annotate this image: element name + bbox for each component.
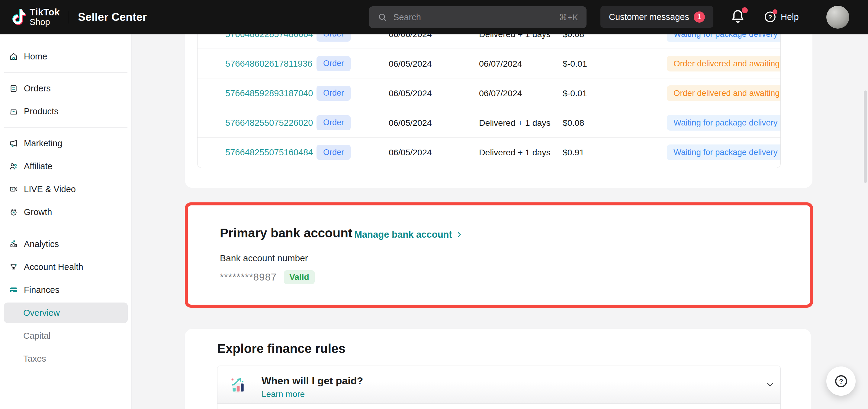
bank-card-title: Primary bank account <box>220 226 352 240</box>
sidebar-item-label: Products <box>24 106 58 116</box>
affiliate-icon <box>9 162 18 171</box>
sidebar-item-taxes[interactable]: Taxes <box>4 348 128 369</box>
notification-dot <box>742 7 748 13</box>
question-mark-icon: ? <box>834 374 849 389</box>
settlement-amount: $-0.01 <box>563 88 587 98</box>
messages-count-badge: 1 <box>694 11 705 23</box>
page-scrollbar-thumb[interactable] <box>864 91 867 183</box>
sidebar-item-label: LIVE & Video <box>24 184 76 194</box>
sidebar-divider <box>4 228 127 228</box>
settlement-amount: $0.91 <box>563 147 584 158</box>
sidebar-item-live-video[interactable]: LIVE & Video <box>4 179 128 199</box>
chevron-down-icon[interactable] <box>765 379 776 390</box>
sidebar-item-label: Capital <box>23 331 51 341</box>
customer-messages-button[interactable]: Customer messages 1 <box>600 6 713 28</box>
help-dot <box>773 9 777 14</box>
sidebar-item-products[interactable]: Products <box>4 101 128 122</box>
sidebar-item-label: Account Health <box>24 262 83 272</box>
live-video-icon <box>9 184 18 194</box>
customer-messages-label: Customer messages <box>609 12 689 22</box>
sidebar-item-account-health[interactable]: Account Health <box>4 257 128 277</box>
order-date: 06/05/2024 <box>389 88 432 98</box>
order-type-tag: Order <box>316 145 351 160</box>
order-id-link[interactable]: 576648592893187040 <box>225 88 313 98</box>
settlements-table-card: 576648622857486664Order06/06/2024Deliver… <box>185 10 812 188</box>
status-badge: Order delivered and awaiting se <box>667 56 781 71</box>
help-button[interactable]: ? Help <box>764 10 799 24</box>
order-date: 06/05/2024 <box>389 147 432 158</box>
settlement-date: 06/07/2024 <box>479 59 522 68</box>
sidebar-item-label: Growth <box>24 207 52 217</box>
sidebar-item-growth[interactable]: Growth <box>4 202 128 222</box>
table-row: 576648592893187040Order06/05/202406/07/2… <box>197 78 780 108</box>
order-id-link[interactable]: 576648602617811936 <box>225 59 312 68</box>
sidebar-item-overview[interactable]: Overview <box>4 303 128 323</box>
settlement-date: 06/07/2024 <box>479 88 522 98</box>
products-icon <box>9 107 18 116</box>
order-date: 06/05/2024 <box>389 59 432 68</box>
sidebar-item-label: Finances <box>24 285 60 295</box>
status-badge: Order delivered and awaiting se <box>667 86 781 101</box>
order-id-link[interactable]: 576648255075160484 <box>225 147 313 158</box>
sidebar-item-finances[interactable]: Finances <box>4 280 128 300</box>
explore-finance-rules-card: Explore finance rules When will I get pa… <box>185 329 811 409</box>
sidebar-item-capital[interactable]: Capital <box>4 326 128 346</box>
growth-chart-illustration-icon <box>230 376 248 393</box>
search-input[interactable] <box>393 12 559 22</box>
explore-finance-rules-title: Explore finance rules <box>217 341 345 356</box>
sidebar-item-label: Taxes <box>23 354 46 364</box>
marketing-icon <box>9 139 18 148</box>
status-badge: Waiting for package delivery <box>667 115 781 131</box>
order-id-link[interactable]: 576648255075226020 <box>225 117 313 128</box>
table-row: 576648255075226020Order06/05/2024Deliver… <box>197 108 780 138</box>
table-row: 576648255075160484Order06/05/2024Deliver… <box>197 138 780 167</box>
sidebar-item-analytics[interactable]: Analytics <box>4 234 128 254</box>
sidebar-item-affiliate[interactable]: Affiliate <box>4 156 128 176</box>
home-icon <box>9 52 18 61</box>
bank-account-number-label: Bank account number <box>220 253 308 263</box>
account-avatar[interactable] <box>826 6 849 29</box>
sidebar-item-label: Analytics <box>24 239 59 249</box>
bank-account-number-value: ********8987 <box>220 271 277 283</box>
sidebar-item-label: Orders <box>24 83 51 94</box>
brand-line2: Shop <box>30 18 60 27</box>
svg-text:?: ? <box>768 13 772 21</box>
global-search[interactable]: ⌘+K <box>369 6 587 28</box>
sidebar-item-label: Home <box>24 52 47 62</box>
brand-line1: TikTok <box>30 7 60 18</box>
sidebar-item-orders[interactable]: Orders <box>4 78 128 99</box>
valid-status-badge: Valid <box>284 270 314 284</box>
finances-icon <box>9 285 18 295</box>
search-icon <box>377 12 387 22</box>
accordion-item-title: When will I get paid? <box>261 375 363 387</box>
help-label: Help <box>781 12 799 22</box>
manage-bank-account-label: Manage bank account <box>354 229 452 240</box>
sidebar-item-home[interactable]: Home <box>4 46 128 67</box>
manage-bank-account-link[interactable]: Manage bank account <box>354 229 463 240</box>
sidebar-item-label: Affiliate <box>24 161 53 171</box>
analytics-icon <box>9 239 18 248</box>
learn-more-link[interactable]: Learn more <box>261 389 305 399</box>
growth-icon <box>9 207 18 216</box>
order-type-tag: Order <box>316 56 351 71</box>
finance-rules-accordion: When will I get paid? Learn more <box>217 366 781 409</box>
sidebar-nav: HomeOrdersProductsMarketingAffiliateLIVE… <box>0 34 132 409</box>
page-title: Seller Center <box>78 11 147 24</box>
status-badge: Waiting for package delivery <box>667 144 781 160</box>
floating-help-button[interactable]: ? <box>826 367 856 396</box>
account-health-icon <box>9 263 18 271</box>
sidebar-divider <box>4 72 127 73</box>
accordion-item-when-paid[interactable]: When will I get paid? Learn more <box>217 366 780 404</box>
order-type-tag: Order <box>316 86 351 101</box>
header-divider <box>68 11 68 24</box>
sidebar-divider <box>4 127 127 128</box>
brand-logo-text[interactable]: TikTok Shop <box>30 7 60 27</box>
settlements-table: 576648622857486664Order06/06/2024Deliver… <box>197 19 781 168</box>
tiktok-note-icon <box>12 8 27 26</box>
settlement-date: Delivered + 1 days <box>479 117 551 128</box>
accordion-item-next[interactable] <box>217 404 780 409</box>
order-date: 06/05/2024 <box>389 117 432 128</box>
sidebar-item-marketing[interactable]: Marketing <box>4 133 128 154</box>
notifications-button[interactable] <box>730 8 747 27</box>
table-row: 576648602617811936Order06/05/202406/07/2… <box>197 49 780 78</box>
